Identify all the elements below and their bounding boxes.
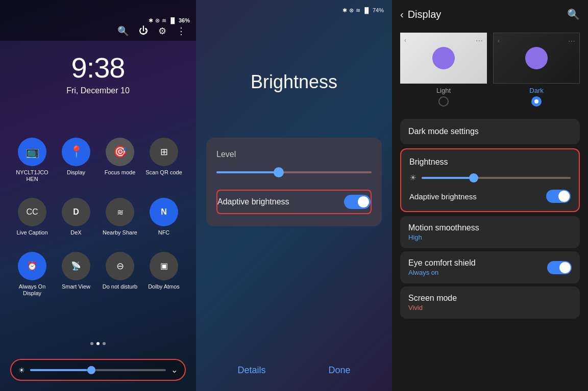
app-aod[interactable]: ⏰ Always On Display bbox=[14, 252, 51, 297]
dots-dark-icon: ⋯ bbox=[568, 37, 575, 45]
power-icon[interactable]: ⏻ bbox=[139, 25, 148, 37]
app-qr[interactable]: ⊞ Scan QR code bbox=[145, 138, 182, 183]
done-button[interactable]: Done bbox=[328, 365, 350, 376]
app-dnd[interactable]: ⊖ Do not disturb bbox=[102, 252, 138, 297]
brightness-thumb[interactable] bbox=[469, 173, 478, 183]
dark-mode-settings-item[interactable]: Dark mode settings bbox=[400, 119, 580, 144]
app-dex[interactable]: D DeX bbox=[58, 198, 94, 236]
app-label-qr: Scan QR code bbox=[145, 169, 182, 176]
app-icon-smart: 📡 bbox=[62, 252, 90, 280]
brightness-thumb[interactable] bbox=[87, 366, 95, 374]
brightness-bar-panel1[interactable]: ☀ ⌄ bbox=[10, 359, 186, 381]
app-icon-aod: ⏰ bbox=[18, 252, 46, 280]
adaptive-brightness-settings-toggle[interactable] bbox=[546, 190, 571, 203]
motion-smoothness-label: Motion smoothness bbox=[408, 223, 572, 232]
eye-comfort-toggle[interactable] bbox=[547, 261, 572, 274]
app-icon-dolby: ▣ bbox=[150, 252, 178, 280]
app-label-aod: Always On Display bbox=[14, 283, 51, 297]
app-dolby[interactable]: ▣ Dolby Atmos bbox=[145, 252, 182, 297]
settings-icon[interactable]: ⚙ bbox=[158, 25, 166, 37]
app-label-live: Live Caption bbox=[16, 229, 47, 236]
theme-circle-dark bbox=[525, 47, 548, 69]
eye-comfort-value: Always on bbox=[408, 269, 547, 276]
dots-icon: ⋯ bbox=[476, 37, 483, 45]
apps-row-3: ⏰ Always On Display 📡 Smart View ⊖ Do no… bbox=[10, 252, 186, 297]
p2-nfc-icon: ⊗ bbox=[349, 7, 354, 14]
eye-comfort-text: Eye comfort shield Always on bbox=[408, 258, 547, 276]
sun-icon: ☀ bbox=[409, 173, 416, 183]
app-label-dnd: Do not disturb bbox=[103, 283, 137, 290]
adaptive-brightness-settings-row: Adaptive brightness bbox=[409, 190, 571, 203]
theme-card-dark[interactable]: ‹ ⋯ Dark bbox=[493, 33, 580, 111]
level-slider[interactable] bbox=[216, 167, 372, 177]
dark-mode-settings-label: Dark mode settings bbox=[408, 127, 479, 136]
header-left: ‹ Display bbox=[400, 9, 441, 20]
clock-time: 9:38 bbox=[0, 51, 196, 84]
level-track bbox=[216, 171, 372, 173]
app-label-nyclt: NYCLT1JCOHEN bbox=[16, 169, 48, 183]
app-icon-location: 📍 bbox=[62, 138, 90, 166]
adaptive-brightness-toggle[interactable] bbox=[344, 195, 371, 209]
adaptive-brightness-row: Adaptive brightness bbox=[216, 190, 372, 214]
brightness-track[interactable] bbox=[422, 177, 571, 179]
more-icon[interactable]: ⋮ bbox=[177, 25, 186, 37]
panel-display-settings: ‹ Display 🔍 ‹ ⋯ Light ‹ ⋯ Dark bbox=[392, 0, 588, 391]
app-nyclt[interactable]: 📺 NYCLT1JCOHEN bbox=[14, 138, 51, 183]
search-icon[interactable]: 🔍 bbox=[117, 25, 129, 37]
display-page-title: Display bbox=[408, 9, 442, 20]
app-label-nfc: NFC bbox=[158, 229, 170, 236]
app-icon-dnd: ⊖ bbox=[106, 252, 134, 280]
brightness-slider-track[interactable] bbox=[30, 369, 166, 371]
brightness-slider-row: ☀ bbox=[409, 173, 571, 183]
search-icon[interactable]: 🔍 bbox=[567, 8, 580, 20]
motion-smoothness-value: High bbox=[408, 233, 572, 241]
brightness-fill-right bbox=[474, 177, 571, 179]
app-icon-live: CC bbox=[18, 198, 46, 226]
app-label-dolby: Dolby Atmos bbox=[148, 283, 180, 290]
chevron-left-icon: ‹ bbox=[404, 37, 406, 44]
eye-comfort-shield-item[interactable]: Eye comfort shield Always on bbox=[400, 251, 580, 283]
panel-brightness-dialog: ✱ ⊗ ≋ ▐▌ 74% Brightness Level Adaptive b… bbox=[196, 0, 392, 391]
app-smart-view[interactable]: 📡 Smart View bbox=[58, 252, 94, 297]
app-label-smart: Smart View bbox=[62, 283, 90, 290]
apps-grid: 📺 NYCLT1JCOHEN 📍 Display 🎯 Focus mode ⊞ … bbox=[0, 138, 196, 312]
motion-smoothness-item[interactable]: Motion smoothness High bbox=[400, 216, 580, 248]
level-fill bbox=[216, 171, 279, 173]
p2-signal-icon: ▐▌ bbox=[362, 7, 371, 13]
theme-card-light[interactable]: ‹ ⋯ Light bbox=[400, 33, 487, 111]
app-nearby[interactable]: ≋ Nearby Share bbox=[102, 198, 138, 236]
app-location[interactable]: 📍 Display bbox=[58, 138, 94, 183]
level-thumb[interactable] bbox=[274, 167, 284, 177]
theme-cards: ‹ ⋯ Light ‹ ⋯ Dark bbox=[392, 27, 588, 117]
screen-mode-item[interactable]: Screen mode Vivid bbox=[400, 286, 580, 319]
panel-lockscreen: ✱ ⊗ ≋ ▐▌ 36% 🔍 ⏻ ⚙ ⋮ 9:38 Fri, December … bbox=[0, 0, 196, 391]
dark-radio[interactable] bbox=[493, 96, 580, 111]
brightness-dialog-title: Brightness bbox=[196, 71, 392, 93]
app-icon-qr: ⊞ bbox=[150, 138, 178, 166]
brightness-sun-icon: ☀ bbox=[18, 366, 25, 374]
apps-row-1: 📺 NYCLT1JCOHEN 📍 Display 🎯 Focus mode ⊞ … bbox=[10, 138, 186, 183]
app-focus[interactable]: 🎯 Focus mode bbox=[102, 138, 138, 183]
light-theme-label: Light bbox=[400, 84, 487, 96]
chevron-down-icon[interactable]: ⌄ bbox=[171, 365, 178, 375]
details-button[interactable]: Details bbox=[237, 365, 265, 376]
app-live-caption[interactable]: CC Live Caption bbox=[14, 198, 51, 236]
level-fill-right bbox=[279, 171, 372, 173]
app-icon-nfc: N bbox=[150, 198, 178, 226]
app-icon-focus: 🎯 bbox=[106, 138, 134, 166]
quick-icons-row: 🔍 ⏻ ⚙ ⋮ bbox=[0, 21, 196, 41]
dark-theme-preview: ‹ ⋯ bbox=[493, 33, 580, 84]
brightness-section: Brightness ☀ Adaptive brightness bbox=[400, 148, 580, 212]
display-header: ‹ Display 🔍 bbox=[392, 0, 588, 27]
adaptive-brightness-settings-label: Adaptive brightness bbox=[409, 192, 477, 201]
app-nfc[interactable]: N NFC bbox=[145, 198, 182, 236]
dot-3 bbox=[103, 342, 106, 345]
theme-circle-light bbox=[432, 47, 455, 69]
brightness-fill bbox=[30, 369, 91, 371]
brightness-dialog-card: Level Adaptive brightness bbox=[206, 138, 382, 226]
app-label-dex: DeX bbox=[70, 229, 81, 236]
app-icon-dex: D bbox=[62, 198, 90, 226]
back-arrow-icon[interactable]: ‹ bbox=[400, 9, 404, 20]
app-label-focus: Focus mode bbox=[105, 169, 136, 176]
light-radio[interactable] bbox=[400, 96, 487, 111]
